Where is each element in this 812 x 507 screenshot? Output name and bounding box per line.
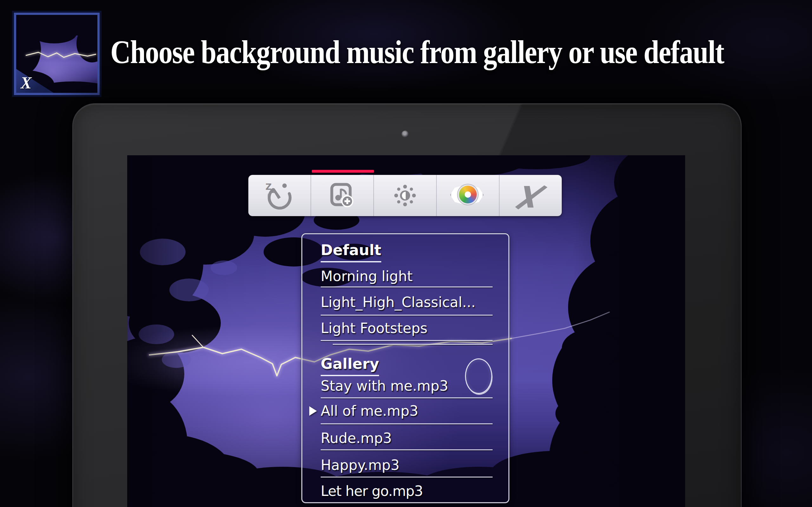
tablet-screen: Z z z	[127, 155, 685, 507]
menu-item-all-of-me[interactable]: All of me.mp3	[321, 403, 418, 419]
svg-text:z: z	[267, 192, 270, 197]
svg-text:z: z	[272, 187, 275, 194]
menu-item-light-high-classical[interactable]: Light_High_Classical...	[321, 294, 475, 311]
menu-item-rude[interactable]: Rude.mp3	[321, 430, 392, 447]
separator	[321, 340, 493, 341]
banner-title: Choose background music from gallery or …	[110, 26, 704, 77]
front-camera-dot	[402, 130, 409, 137]
separator	[321, 476, 493, 477]
play-icon	[309, 406, 317, 416]
menu-item-let-her-go[interactable]: Let her go.mp3	[321, 483, 423, 499]
music-menu-panel: Default Morning light Light_High_Classic…	[301, 233, 509, 503]
exit-x-button[interactable]	[499, 175, 562, 216]
active-tab-underline	[312, 170, 374, 173]
brightness-button[interactable]	[373, 175, 436, 216]
brightness-icon	[389, 180, 421, 211]
menu-item-light-footsteps[interactable]: Light Footsteps	[321, 320, 427, 337]
separator	[321, 449, 493, 450]
menu-item-happy[interactable]: Happy.mp3	[321, 457, 399, 473]
separator	[321, 315, 493, 316]
add-music-from-gallery-button[interactable]	[310, 175, 373, 216]
svg-text:Z: Z	[265, 182, 272, 192]
eye-preview-button[interactable]	[436, 175, 499, 216]
toolbar: Z z z	[248, 175, 562, 216]
app-icon-badge-x-letter: X	[20, 73, 32, 92]
eye-icon	[448, 183, 488, 208]
sleep-timer-button[interactable]: Z z z	[248, 175, 310, 216]
promo-screenshot: X Choose background music from gallery o…	[0, 0, 812, 507]
app-icon-photo: X	[16, 15, 97, 93]
menu-item-morning-light[interactable]: Morning light	[321, 268, 413, 285]
sleep-timer-icon: Z z z	[264, 180, 295, 211]
separator	[321, 397, 493, 398]
separator	[321, 424, 493, 424]
moon-spinner-circle	[465, 358, 492, 394]
music-add-icon	[326, 180, 358, 211]
app-icon: X	[12, 11, 101, 97]
x-logo-icon	[512, 180, 549, 211]
separator	[321, 286, 493, 287]
menu-item-stay-with-me[interactable]: Stay with me.mp3	[321, 378, 448, 394]
separator-double	[333, 344, 493, 345]
menu-header-default: Default	[321, 242, 381, 262]
menu-header-gallery: Gallery	[321, 355, 379, 376]
eye-pupil	[465, 191, 471, 198]
